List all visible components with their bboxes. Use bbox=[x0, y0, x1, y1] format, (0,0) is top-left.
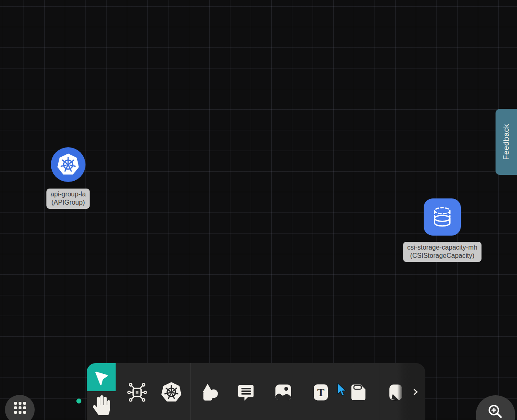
hand-icon bbox=[93, 395, 110, 415]
node-label-name: csi-storage-capacity-mh bbox=[407, 243, 477, 252]
apps-grid-icon bbox=[14, 402, 26, 414]
pan-tool-button[interactable] bbox=[91, 393, 112, 418]
connection-tool-button[interactable] bbox=[126, 381, 148, 403]
image-icon bbox=[273, 382, 294, 403]
toolbar: T bbox=[87, 363, 425, 420]
toolbar-divider bbox=[190, 363, 191, 420]
select-tool-button[interactable] bbox=[87, 363, 116, 391]
shapes-tool-button[interactable] bbox=[199, 381, 221, 403]
shapes-icon bbox=[199, 382, 221, 403]
feedback-tab-label: Feedback bbox=[502, 124, 511, 160]
node-label-api-group[interactable]: api-group-la (APIGroup) bbox=[46, 189, 90, 209]
apps-menu-button[interactable] bbox=[5, 395, 35, 420]
kubernetes-tool-button[interactable] bbox=[160, 381, 183, 403]
chevron-right-icon bbox=[412, 388, 419, 396]
floppy-disk-icon bbox=[348, 382, 369, 403]
comment-tool-button[interactable] bbox=[235, 381, 257, 403]
kubernetes-icon bbox=[160, 381, 183, 403]
circuit-chip-icon bbox=[126, 382, 148, 403]
feedback-tab[interactable]: Feedback bbox=[496, 109, 517, 175]
node-label-kind: (CSIStorageCapacity) bbox=[407, 252, 477, 260]
cursor-arrow-icon bbox=[92, 368, 110, 386]
diagram-canvas[interactable]: api-group-la (APIGroup) csi-storage-capa… bbox=[0, 0, 517, 420]
svg-text:T: T bbox=[317, 387, 324, 399]
node-api-group[interactable] bbox=[51, 147, 85, 182]
node-label-name: api-group-la bbox=[50, 190, 85, 198]
save-tool-button[interactable] bbox=[347, 381, 370, 403]
image-tool-button[interactable] bbox=[272, 381, 294, 403]
more-tools-button[interactable] bbox=[407, 384, 424, 400]
zoom-in-icon bbox=[487, 403, 504, 420]
text-tool-button[interactable]: T bbox=[310, 381, 332, 403]
text-icon: T bbox=[311, 382, 331, 403]
storage-cylinder-icon bbox=[429, 203, 456, 231]
kubernetes-logo-icon bbox=[56, 153, 80, 177]
toolbar-divider bbox=[380, 363, 380, 420]
status-dot bbox=[76, 399, 81, 403]
node-label-csi-storage-capacity[interactable]: csi-storage-capacity-mh (CSIStorageCapac… bbox=[403, 242, 481, 262]
comment-bubble-icon bbox=[236, 382, 256, 403]
node-csi-storage-capacity[interactable] bbox=[424, 198, 461, 236]
node-label-kind: (APIGroup) bbox=[50, 198, 85, 207]
zoom-in-button[interactable] bbox=[476, 395, 515, 420]
